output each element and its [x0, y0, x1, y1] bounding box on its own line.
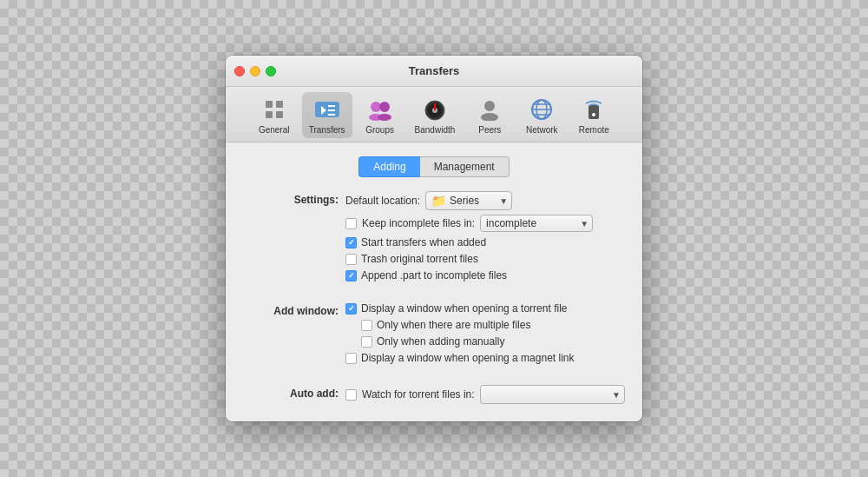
- only-manually-row: Only when adding manually: [345, 335, 625, 348]
- transfers-icon: [313, 96, 341, 123]
- bandwidth-label: Bandwidth: [415, 125, 456, 135]
- auto-add-value-cell: Watch for torrent files in: ▼: [345, 385, 625, 404]
- default-location-select[interactable]: 📁 Series ▼: [425, 191, 512, 210]
- maximize-button[interactable]: [266, 66, 276, 76]
- watch-row: Watch for torrent files in: ▼: [345, 385, 625, 404]
- groups-label: Groups: [365, 125, 394, 135]
- append-part-checkbox[interactable]: [345, 270, 357, 282]
- remote-icon: [580, 96, 608, 123]
- start-transfers-row: Start transfers when added: [345, 236, 625, 248]
- append-part-label: Append .part to incomplete files: [361, 269, 507, 282]
- only-manually-checkbox[interactable]: [361, 336, 372, 348]
- minimize-button[interactable]: [250, 66, 260, 76]
- tab-adding[interactable]: Adding: [358, 156, 419, 177]
- display-window-label: Display a window when opening a torrent …: [361, 302, 567, 315]
- toolbar-item-bandwidth[interactable]: Bandwidth: [408, 92, 463, 138]
- trash-original-row: Trash original torrent files: [345, 253, 625, 265]
- remote-label: Remote: [579, 125, 609, 135]
- keep-incomplete-checkbox[interactable]: [345, 218, 357, 229]
- svg-point-17: [484, 101, 495, 111]
- svg-rect-2: [266, 111, 273, 118]
- trash-original-checkbox[interactable]: [345, 254, 357, 265]
- toolbar-item-network[interactable]: Network: [517, 92, 566, 138]
- general-icon: [260, 96, 288, 123]
- trash-original-label: Trash original torrent files: [361, 253, 478, 265]
- folder-icon: 📁: [431, 194, 446, 208]
- traffic-lights: [234, 66, 276, 76]
- watch-location-select[interactable]: ▼: [480, 385, 625, 404]
- toolbar-item-general[interactable]: General: [250, 92, 299, 138]
- svg-rect-4: [315, 102, 339, 117]
- preferences-window: Transfers General: [226, 56, 642, 421]
- settings-value-cell: Default location: 📁 Series ▼ Keep incomp…: [345, 191, 625, 282]
- keep-incomplete-row: Keep incomplete files in: incomplete ▼: [345, 215, 625, 232]
- bandwidth-icon: [421, 96, 449, 123]
- close-button[interactable]: [234, 66, 245, 76]
- only-multiple-label: Only when there are multiple files: [377, 319, 530, 331]
- incomplete-location-select[interactable]: incomplete ▼: [480, 215, 593, 232]
- display-magnet-label: Display a window when opening a magnet l…: [361, 352, 574, 364]
- content-area: Adding Management Settings: Default loca…: [226, 142, 642, 421]
- svg-rect-24: [589, 105, 599, 119]
- network-label: Network: [526, 125, 558, 135]
- chevron-down-icon2: ▼: [580, 219, 589, 229]
- svg-point-25: [592, 113, 595, 116]
- settings-grid: Settings: Default location: 📁 Series ▼ K…: [243, 191, 625, 404]
- svg-point-18: [481, 113, 498, 121]
- titlebar: Transfers: [226, 56, 642, 87]
- display-window-row: Display a window when opening a torrent …: [345, 302, 625, 315]
- peers-label: Peers: [478, 125, 501, 135]
- only-multiple-row: Only when there are multiple files: [345, 319, 625, 331]
- settings-section-label: Settings:: [243, 191, 339, 206]
- svg-rect-1: [276, 101, 283, 108]
- display-window-checkbox[interactable]: [345, 303, 357, 315]
- only-manually-label: Only when adding manually: [377, 335, 504, 348]
- default-location-label: Default location:: [345, 195, 420, 207]
- transfers-label: Transfers: [309, 125, 345, 135]
- general-label: General: [259, 125, 290, 135]
- toolbar-item-transfers[interactable]: Transfers: [302, 92, 352, 138]
- add-window-value-cell: Display a window when opening a torrent …: [345, 302, 625, 364]
- peers-icon: [476, 96, 503, 123]
- start-transfers-checkbox[interactable]: [345, 237, 357, 248]
- auto-add-label: Auto add:: [243, 385, 339, 400]
- watch-enabled-checkbox[interactable]: [345, 389, 357, 401]
- default-location-row: Default location: 📁 Series ▼: [345, 191, 625, 210]
- display-magnet-row: Display a window when opening a magnet l…: [345, 352, 625, 364]
- toolbar-item-peers[interactable]: Peers: [465, 92, 514, 138]
- window-title: Transfers: [409, 64, 460, 77]
- keep-incomplete-label: Keep incomplete files in:: [362, 217, 475, 229]
- svg-point-10: [379, 102, 390, 112]
- groups-icon: [366, 96, 394, 123]
- svg-point-12: [378, 114, 391, 121]
- toolbar-item-groups[interactable]: Groups: [356, 92, 404, 138]
- append-part-row: Append .part to incomplete files: [345, 269, 625, 282]
- chevron-down-icon3: ▼: [612, 390, 621, 400]
- display-magnet-checkbox[interactable]: [345, 353, 357, 364]
- chevron-down-icon: ▼: [499, 196, 508, 206]
- default-location-value: Series: [450, 195, 479, 207]
- toolbar: General Transfers: [226, 87, 642, 142]
- toolbar-item-remote[interactable]: Remote: [569, 92, 618, 138]
- only-multiple-checkbox[interactable]: [361, 320, 372, 331]
- svg-rect-0: [266, 101, 273, 108]
- start-transfers-label: Start transfers when added: [361, 236, 486, 248]
- watch-label: Watch for torrent files in:: [362, 388, 475, 401]
- network-icon: [528, 96, 556, 123]
- svg-rect-3: [276, 111, 283, 118]
- tab-bar: Adding Management: [243, 156, 625, 177]
- tab-management[interactable]: Management: [420, 156, 510, 177]
- incomplete-value: incomplete: [486, 217, 536, 229]
- add-window-label: Add window:: [243, 302, 339, 317]
